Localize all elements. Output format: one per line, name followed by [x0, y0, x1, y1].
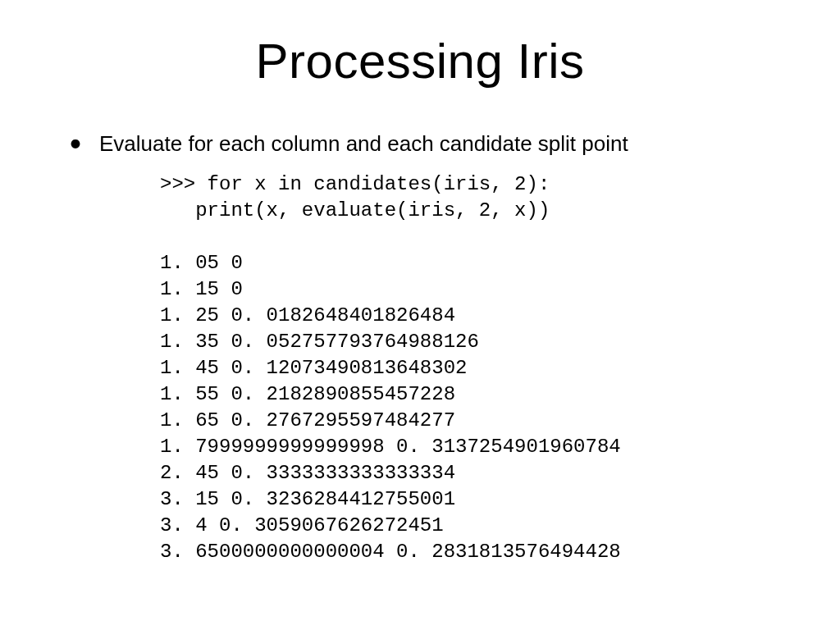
bullet-dot-icon: •	[70, 135, 81, 152]
code-line: print(x, evaluate(iris, 2, x))	[160, 199, 550, 221]
output-line: 3. 4 0. 3059067626272451	[160, 514, 444, 536]
bullet-text: Evaluate for each column and each candid…	[99, 130, 628, 157]
code-snippet: >>> for x in candidates(iris, 2): print(…	[160, 171, 791, 224]
output-line: 1. 65 0. 2767295597484277	[160, 409, 455, 431]
output-block: 1. 05 0 1. 15 0 1. 25 0. 018264840182648…	[160, 250, 791, 565]
slide-title: Processing Iris	[49, 33, 791, 89]
output-line: 1. 15 0	[160, 278, 243, 300]
output-line: 3. 15 0. 3236284412755001	[160, 488, 455, 510]
bullet-item: • Evaluate for each column and each cand…	[70, 130, 791, 157]
output-line: 1. 45 0. 12073490813648302	[160, 357, 467, 379]
code-line: >>> for x in candidates(iris, 2):	[160, 173, 550, 195]
output-line: 2. 45 0. 3333333333333334	[160, 462, 455, 484]
output-line: 3. 6500000000000004 0. 2831813576494428	[160, 541, 621, 563]
output-line: 1. 35 0. 052757793764988126	[160, 331, 479, 353]
slide-container: Processing Iris • Evaluate for each colu…	[0, 0, 840, 630]
output-line: 1. 25 0. 0182648401826484	[160, 304, 455, 326]
output-line: 1. 05 0	[160, 252, 243, 274]
output-line: 1. 7999999999999998 0. 3137254901960784	[160, 436, 621, 458]
output-line: 1. 55 0. 2182890855457228	[160, 383, 455, 405]
